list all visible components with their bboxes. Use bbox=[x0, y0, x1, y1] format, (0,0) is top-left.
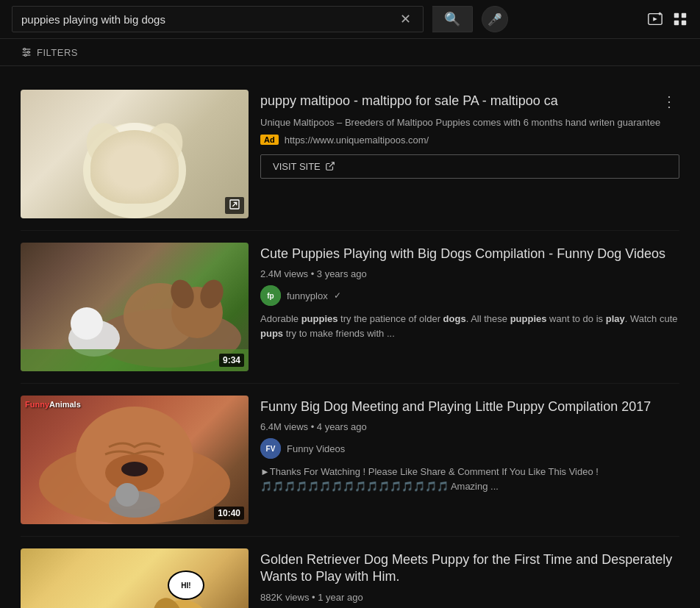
video2-thumbnail-wrap: FunnyAnimals bbox=[21, 396, 249, 524]
svg-rect-1 bbox=[674, 13, 679, 18]
ad-thumbnail[interactable] bbox=[21, 90, 249, 218]
ad-meta: puppy maltipoo - maltippo for sale PA - … bbox=[260, 90, 679, 218]
video2-channel-avatar: FV bbox=[260, 438, 281, 459]
video3-title[interactable]: Golden Retriever Dog Meets Puppy for the… bbox=[260, 551, 679, 586]
ad-title[interactable]: puppy maltipoo - maltippo for sale PA - … bbox=[260, 93, 679, 110]
ad-thumbnail-wrap bbox=[21, 90, 249, 218]
grid-view-button[interactable] bbox=[672, 11, 688, 27]
filters-button[interactable]: FILTERS bbox=[21, 46, 78, 58]
ad-row: Ad https://www.uniquemaltipoos.com/ bbox=[260, 135, 679, 146]
search-input-wrapper: ✕ bbox=[12, 6, 424, 32]
svg-point-9 bbox=[27, 51, 29, 54]
search-clear-button[interactable]: ✕ bbox=[397, 11, 414, 27]
visit-site-button[interactable]: VISIT SITE bbox=[260, 154, 679, 179]
search-input[interactable] bbox=[21, 13, 397, 26]
video1-stats: 2.4M views • 3 years ago bbox=[260, 268, 679, 279]
filters-label-text: FILTERS bbox=[37, 47, 78, 58]
video2-overlay-label: FunnyAnimals bbox=[25, 400, 81, 409]
header-right bbox=[647, 11, 688, 27]
svg-text:FV: FV bbox=[266, 445, 276, 453]
mic-icon: 🎤 bbox=[488, 12, 502, 26]
more-options-button[interactable]: ⋮ bbox=[659, 90, 679, 113]
svg-point-8 bbox=[24, 49, 26, 51]
search-button[interactable]: 🔍 bbox=[432, 6, 473, 32]
svg-point-25 bbox=[71, 307, 103, 340]
result-item-video2: FunnyAnimals bbox=[21, 384, 679, 537]
video1-image bbox=[21, 243, 249, 371]
video3-image bbox=[21, 548, 249, 608]
external-link-icon bbox=[325, 161, 335, 171]
video2-image bbox=[21, 396, 249, 524]
results-container: puppy maltipoo - maltippo for sale PA - … bbox=[0, 66, 700, 608]
svg-point-10 bbox=[24, 54, 26, 57]
video3-thumbnail[interactable]: HI! Send help! bbox=[21, 548, 249, 608]
ad-description: Unique Maltipoos – Breeders of Maltipoo … bbox=[260, 115, 679, 130]
video1-thumbnail[interactable] bbox=[21, 243, 249, 371]
ad-thumbnail-image bbox=[21, 90, 249, 218]
svg-rect-2 bbox=[682, 13, 686, 18]
svg-point-17 bbox=[129, 164, 140, 171]
video2-meta: Funny Big Dog Meeting and Playing Little… bbox=[260, 396, 679, 524]
result-item-video3: HI! Send help! 8:10 Golden Retriever Dog… bbox=[21, 537, 679, 608]
video3-stats: 882K views • 1 year ago bbox=[260, 592, 679, 603]
search-bar-area: ✕ 🔍 🎤 bbox=[0, 0, 700, 39]
voice-search-button[interactable]: 🎤 bbox=[482, 6, 508, 32]
video1-thumbnail-wrap: 9:34 bbox=[21, 243, 249, 371]
video2-channel-name[interactable]: Funny Videos bbox=[287, 443, 345, 454]
video2-duration: 10:40 bbox=[214, 507, 244, 520]
ad-badge: Ad bbox=[260, 135, 279, 145]
filter-icon bbox=[21, 46, 32, 58]
video2-stats: 6.4M views • 4 years ago bbox=[260, 421, 679, 432]
search-icon: 🔍 bbox=[444, 11, 460, 27]
ad-url: https://www.uniquemaltipoos.com/ bbox=[285, 135, 429, 146]
svg-rect-4 bbox=[682, 21, 686, 25]
video1-channel-row: fp funnyplox ✓ bbox=[260, 285, 679, 306]
svg-point-15 bbox=[119, 151, 128, 160]
svg-rect-26 bbox=[21, 349, 249, 371]
svg-point-16 bbox=[141, 151, 150, 160]
video3-thumbnail-wrap: HI! Send help! 8:10 bbox=[21, 548, 249, 608]
visit-site-label: VISIT SITE bbox=[273, 161, 321, 172]
svg-point-32 bbox=[121, 462, 148, 476]
video2-description: ►Thanks For Watching ! Please Like Share… bbox=[260, 465, 679, 493]
svg-rect-3 bbox=[674, 21, 679, 25]
video1-meta: Cute Puppies Playing with Big Dogs Compi… bbox=[260, 243, 679, 371]
video1-channel-avatar: fp bbox=[260, 285, 281, 306]
svg-text:fp: fp bbox=[267, 292, 274, 300]
video2-channel-row: FV Funny Videos bbox=[260, 438, 679, 459]
result-item-video1: 9:34 Cute Puppies Playing with Big Dogs … bbox=[21, 231, 679, 384]
video3-meta: Golden Retriever Dog Meets Puppy for the… bbox=[260, 548, 679, 608]
hi-bubble: HI! bbox=[168, 571, 204, 600]
video1-channel-name[interactable]: funnyplox bbox=[287, 290, 328, 301]
video1-description: Adorable puppies try the patience of old… bbox=[260, 312, 679, 340]
video1-title[interactable]: Cute Puppies Playing with Big Dogs Compi… bbox=[260, 246, 679, 262]
external-icon bbox=[225, 197, 244, 214]
video1-duration: 9:34 bbox=[219, 354, 244, 367]
result-item-ad: puppy maltipoo - maltippo for sale PA - … bbox=[21, 78, 679, 231]
svg-point-34 bbox=[115, 483, 139, 507]
video2-thumbnail[interactable]: FunnyAnimals bbox=[21, 396, 249, 524]
add-video-button[interactable] bbox=[647, 11, 663, 27]
video1-verified-icon: ✓ bbox=[334, 290, 341, 301]
filters-bar: FILTERS bbox=[0, 39, 700, 66]
video2-title[interactable]: Funny Big Dog Meeting and Playing Little… bbox=[260, 398, 679, 415]
